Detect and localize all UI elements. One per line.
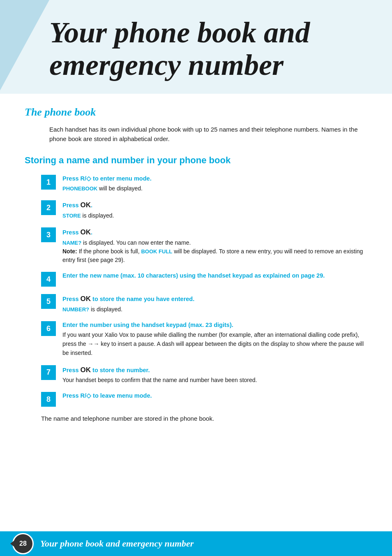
- page-title: Your phone book and emergency number: [16, 12, 376, 81]
- step-7-main: Press OK to store the number.: [62, 364, 367, 375]
- step-4-main: Enter the new name (max. 10 characters) …: [62, 271, 367, 280]
- step-6-sub: If you want your Xalio Vox to pause whil…: [62, 330, 367, 358]
- page-number: 28: [19, 540, 27, 547]
- step-3-note: Note: If the phone book is full, BOOK FU…: [62, 247, 367, 264]
- step-8-content: Press R/◇ to leave menu mode.: [62, 391, 367, 401]
- step-4: 4 Enter the new name (max. 10 characters…: [41, 271, 367, 287]
- step-3-content: Press OK. NAME? is displayed. You can no…: [62, 227, 367, 264]
- step-7-content: Press OK to store the number. Your hands…: [62, 364, 367, 385]
- step-1-content: Press R/◇ to enter menu mode. PHONEBOOK …: [62, 174, 367, 193]
- step-6-content: Enter the number using the handset keypa…: [62, 320, 367, 357]
- step-3-main: Press OK.: [62, 227, 367, 238]
- step-number-5: 5: [41, 294, 56, 309]
- page-header: Your phone book and emergency number: [0, 0, 392, 94]
- closing-text: The name and telephone number are stored…: [25, 415, 367, 422]
- step-6-main: Enter the number using the handset keypa…: [62, 320, 367, 330]
- step-8-main: Press R/◇ to leave menu mode.: [62, 391, 367, 401]
- phone-book-section-title: The phone book: [25, 106, 367, 118]
- step-2: 2 Press OK. STORE is displayed.: [41, 199, 367, 220]
- step-5-content: Press OK to store the name you have ente…: [62, 293, 367, 314]
- storing-section-title: Storing a name and number in your phone …: [25, 155, 367, 166]
- steps-list: 1 Press R/◇ to enter menu mode. PHONEBOO…: [25, 174, 367, 407]
- step-number-8: 8: [41, 392, 56, 407]
- step-1: 1 Press R/◇ to enter menu mode. PHONEBOO…: [41, 174, 367, 193]
- step-2-content: Press OK. STORE is displayed.: [62, 199, 367, 220]
- step-number-2: 2: [41, 200, 56, 215]
- step-number-7: 7: [41, 365, 56, 380]
- step-number-1: 1: [41, 175, 56, 190]
- step-6: 6 Enter the number using the handset key…: [41, 320, 367, 357]
- main-content: The phone book Each handset has its own …: [0, 94, 392, 430]
- step-number-3: 3: [41, 227, 56, 242]
- step-4-content: Enter the new name (max. 10 characters) …: [62, 271, 367, 280]
- step-2-sub: STORE is displayed.: [62, 211, 367, 220]
- step-5-main: Press OK to store the name you have ente…: [62, 293, 367, 304]
- step-3: 3 Press OK. NAME? is displayed. You can …: [41, 227, 367, 264]
- title-line1: Your phone book and: [49, 16, 310, 49]
- header-triangle-decoration: [0, 0, 49, 90]
- step-3-sub: NAME? is displayed. You can now enter th…: [62, 238, 367, 248]
- step-7-sub: Your handset beeps to confirm that the n…: [62, 375, 367, 385]
- step-1-sub: PHONEBOOK will be displayed.: [62, 184, 367, 193]
- step-number-6: 6: [41, 321, 56, 336]
- step-7: 7 Press OK to store the number. Your han…: [41, 364, 367, 385]
- phone-book-intro: Each handset has its own individual phon…: [25, 125, 367, 144]
- step-2-main: Press OK.: [62, 199, 367, 211]
- step-number-4: 4: [41, 272, 56, 287]
- step-8: 8 Press R/◇ to leave menu mode.: [41, 391, 367, 407]
- step-5-sub: NUMBER? is displayed.: [62, 305, 367, 314]
- page-footer: 28 Your phone book and emergency number: [0, 531, 392, 556]
- page-number-badge: 28: [12, 533, 34, 554]
- footer-title: Your phone book and emergency number: [40, 538, 194, 549]
- step-5: 5 Press OK to store the name you have en…: [41, 293, 367, 314]
- title-line2: emergency number: [49, 49, 284, 81]
- step-1-main: Press R/◇ to enter menu mode.: [62, 174, 367, 183]
